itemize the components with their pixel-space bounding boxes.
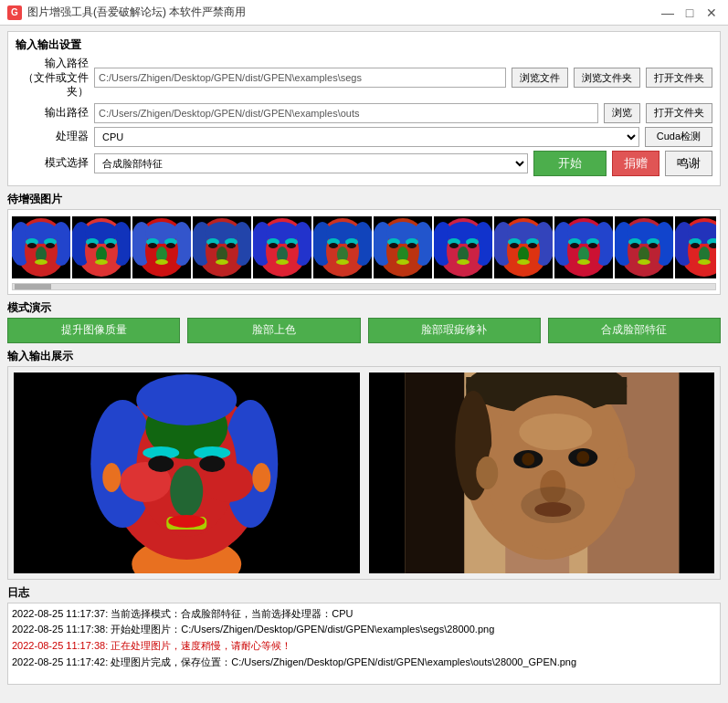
svg-point-59	[276, 259, 289, 265]
strip-thumbnail[interactable]	[313, 216, 372, 278]
svg-point-46	[227, 243, 236, 248]
maximize-button[interactable]: □	[681, 4, 699, 22]
svg-point-131	[638, 259, 650, 265]
svg-rect-167	[405, 372, 464, 573]
mode-btn-1[interactable]: 提升图像质量	[7, 318, 180, 343]
browse-output-button[interactable]: 浏览	[604, 103, 640, 123]
svg-point-107	[517, 259, 530, 265]
image-strip-container	[7, 209, 721, 295]
log-title: 日志	[7, 585, 721, 601]
strip-thumbnail[interactable]	[494, 216, 553, 278]
strip-scrollbar[interactable]	[12, 283, 716, 290]
strip-thumbnail[interactable]	[374, 216, 432, 278]
svg-point-45	[208, 243, 217, 248]
processor-row: 处理器 CPU Cuda检测	[16, 127, 712, 147]
strip-scrollbar-thumb[interactable]	[15, 284, 51, 289]
cuda-detect-button[interactable]: Cuda检测	[645, 127, 712, 147]
mode-btn-2[interactable]: 脸部上色	[187, 318, 360, 343]
svg-point-81	[389, 243, 398, 248]
strip-thumbnail[interactable]	[193, 216, 251, 278]
svg-point-11	[35, 259, 47, 265]
svg-point-175	[522, 453, 534, 466]
svg-point-177	[576, 451, 589, 464]
svg-point-93	[449, 243, 459, 248]
svg-point-35	[155, 259, 168, 265]
svg-point-95	[457, 259, 470, 265]
log-line: 2022-08-25 11:17:37: 当前选择模式：合成脸部特征，当前选择处…	[12, 606, 716, 623]
browse-folder-button[interactable]: 浏览文件夹	[574, 68, 640, 88]
input-path-field[interactable]	[94, 68, 506, 88]
mode-demo-title: 模式演示	[7, 300, 721, 316]
strip-thumbnail[interactable]	[72, 216, 131, 278]
svg-point-180	[521, 487, 585, 523]
input-path-label: 输入路径（文件或文件夹）	[16, 57, 89, 100]
processor-select[interactable]: CPU	[94, 127, 639, 147]
svg-point-82	[407, 243, 417, 248]
mode-demo-row: 提升图像质量 脸部上色 脸部瑕疵修补 合成脸部特征	[7, 318, 721, 343]
mode-label: 模式选择	[16, 156, 89, 171]
svg-point-160	[102, 463, 121, 492]
svg-point-162	[168, 515, 205, 528]
log-line: 2022-08-25 11:17:38: 正在处理图片，速度稍慢，请耐心等候！	[12, 638, 716, 655]
processor-label: 处理器	[16, 130, 89, 144]
svg-point-143	[698, 259, 711, 265]
svg-point-21	[88, 243, 97, 248]
io-settings-panel: 输入输出设置 输入路径（文件或文件夹） 浏览文件 浏览文件夹 打开文件夹 输出路…	[7, 31, 721, 186]
title-bar-left: G 图片增强工具(吾爱破解论坛) 本软件严禁商用	[7, 5, 246, 20]
strip-thumbnail[interactable]	[434, 216, 492, 278]
svg-point-181	[519, 414, 592, 450]
svg-point-33	[148, 243, 157, 248]
donate-button[interactable]: 捐赠	[612, 151, 659, 176]
image-strip[interactable]	[12, 214, 716, 281]
svg-point-34	[166, 243, 175, 248]
output-path-label: 输出路径	[16, 106, 89, 121]
title-bar: G 图片增强工具(吾爱破解论坛) 本软件严禁商用 — □ ✕	[0, 0, 728, 26]
thanks-button[interactable]: 鸣谢	[665, 151, 712, 176]
svg-point-22	[106, 243, 115, 248]
strip-thumbnail[interactable]	[554, 216, 613, 278]
svg-point-173	[613, 456, 635, 489]
svg-point-141	[691, 243, 700, 248]
strip-thumbnail[interactable]	[132, 216, 191, 278]
open-folder-input-button[interactable]: 打开文件夹	[646, 68, 712, 88]
strip-thumbnail[interactable]	[12, 216, 70, 278]
svg-point-161	[252, 463, 270, 492]
output-path-field[interactable]	[94, 103, 598, 123]
strip-thumbnail[interactable]	[675, 216, 716, 278]
app-icon: G	[7, 5, 22, 20]
svg-point-47	[216, 259, 228, 265]
log-line: 2022-08-25 11:17:42: 处理图片完成，保存位置：C:/User…	[12, 655, 716, 671]
minimize-button[interactable]: —	[659, 4, 677, 22]
svg-point-154	[170, 466, 203, 517]
input-image-box	[14, 372, 360, 573]
strip-thumbnail[interactable]	[615, 216, 673, 278]
svg-point-130	[649, 243, 658, 248]
close-button[interactable]: ✕	[702, 4, 721, 22]
svg-point-94	[468, 243, 477, 248]
start-button[interactable]: 开始	[533, 151, 607, 176]
svg-point-106	[528, 243, 537, 248]
output-path-row: 输出路径 浏览 打开文件夹	[16, 103, 712, 123]
svg-point-151	[136, 374, 237, 425]
io-display-row	[14, 372, 714, 573]
strip-thumbnail[interactable]	[253, 216, 311, 278]
real-face-svg	[369, 372, 715, 573]
mode-btn-4[interactable]: 合成脸部特征	[548, 318, 721, 343]
open-folder-output-button[interactable]: 打开文件夹	[646, 103, 712, 123]
svg-point-117	[570, 243, 579, 248]
segmentation-face-svg	[14, 372, 360, 573]
svg-point-10	[46, 243, 55, 248]
svg-point-129	[630, 243, 639, 248]
svg-point-158	[148, 456, 174, 472]
log-box[interactable]: 2022-08-25 11:17:37: 当前选择模式：合成脸部特征，当前选择处…	[7, 603, 721, 685]
mode-btn-3[interactable]: 脸部瑕疵修补	[368, 318, 541, 343]
mode-select[interactable]: 合成脸部特征	[94, 153, 528, 173]
svg-point-23	[95, 259, 108, 265]
svg-point-105	[510, 243, 519, 248]
svg-point-71	[336, 259, 349, 265]
main-content: 输入输出设置 输入路径（文件或文件夹） 浏览文件 浏览文件夹 打开文件夹 输出路…	[0, 26, 728, 690]
svg-point-119	[577, 259, 590, 265]
browse-file-button[interactable]: 浏览文件	[512, 68, 568, 88]
input-path-row: 输入路径（文件或文件夹） 浏览文件 浏览文件夹 打开文件夹	[16, 57, 712, 100]
svg-point-83	[396, 259, 409, 265]
